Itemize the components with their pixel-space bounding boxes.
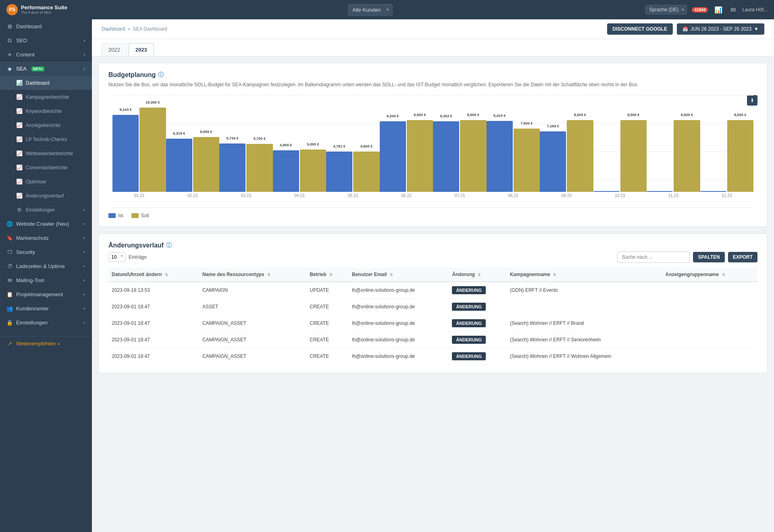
x-label-05.23: 05.23 <box>326 192 380 198</box>
bar-ist-02.23: 6,319 € <box>166 139 192 192</box>
bar-ist-04.23: 4,905 € <box>273 150 299 192</box>
spalten-button[interactable]: SPALTEN <box>693 252 724 262</box>
aenderungsverlauf-info-icon[interactable]: ⓘ <box>166 242 172 249</box>
table-cell-kampagne-3: (Search) Wohnen // ERFT // Seniorenheim <box>507 332 662 348</box>
breadcrumb-separator: » <box>128 26 131 32</box>
sidebar-item-aenderungsverlauf[interactable]: 📈Änderungsverlauf <box>0 189 92 203</box>
sidebar-item-conversion[interactable]: 📈Conversionberichte <box>0 160 92 175</box>
aenderung-button-4[interactable]: ÄNDERUNG <box>452 352 486 360</box>
sidebar-item-mailing[interactable]: ✉Mailing-Tool▾ <box>0 273 92 287</box>
sidebar-icon-weiterempfehlen: ↗ <box>6 341 13 347</box>
date-range-button[interactable]: 📅 JUN 26 2023 - SEP 26 2023 ▼ <box>677 23 764 35</box>
aenderung-button-1[interactable]: ÄNDERUNG <box>452 303 486 311</box>
search-input[interactable] <box>617 251 690 263</box>
col-header-2[interactable]: Betrieb ⇅ <box>306 268 349 282</box>
app-logo: PS Performance Suite The Future of SEO <box>6 4 95 15</box>
col-header-3[interactable]: Benutzer Email ⇅ <box>349 268 449 282</box>
sidebar-chevron-content: ▾ <box>83 53 85 57</box>
budgetplanung-info-icon[interactable]: ⓘ <box>158 71 164 79</box>
table-cell-kampagne-1 <box>507 299 662 315</box>
table-cell-2-0: 2023-09-01 18:47 <box>108 315 199 332</box>
sidebar-item-optimiser[interactable]: 📈Optimiser <box>0 175 92 189</box>
sidebar-item-anzeigeberichte[interactable]: 📈Anzeigeberichte <box>0 118 92 132</box>
sidebar-item-keywordberichte[interactable]: 📈Keywordberichte <box>0 104 92 118</box>
col-header-0[interactable]: Datum/Uhrzeit ändern ⇅ <box>108 268 199 282</box>
breadcrumb-parent[interactable]: Dashboard <box>102 26 125 32</box>
export-button[interactable]: EXPORT <box>728 252 757 262</box>
col-header-6[interactable]: Anzeigengruppenname ⇅ <box>662 268 758 282</box>
sidebar-label-anzeigeberichte: Anzeigeberichte <box>26 123 60 128</box>
bar-soll-label-11.23: 8,500 € <box>681 113 693 117</box>
sidebar-item-kampagnenberichte[interactable]: 📈Kampagnenberichte <box>0 90 92 104</box>
bar-ist-07.23: 8,352 € <box>433 121 459 192</box>
user-name: Laura Höf... <box>742 7 768 12</box>
sidebar-item-lp-checks[interactable]: 📈LP Technik-Checks <box>0 132 92 146</box>
bar-soll-05.23: 4,800 € <box>353 152 379 192</box>
table-cell-4-1: CAMPAIGN_ASSET <box>199 348 306 365</box>
aenderung-button-0[interactable]: ÄNDERUNG <box>452 286 486 294</box>
sidebar-icon-anzeigeberichte: 📈 <box>16 122 23 128</box>
sidebar-label-sea: SEA <box>16 66 27 72</box>
sidebar-icon-dashboard: ⊞ <box>6 23 13 29</box>
sort-icon-2: ⇅ <box>329 273 333 277</box>
aenderung-button-3[interactable]: ÄNDERUNG <box>452 336 486 344</box>
bar-chart: 9,143 €10,000 €6,319 €6,500 €5,734 €5,70… <box>108 95 757 192</box>
sidebar-icon-sea-dashboard: 📊 <box>16 80 23 86</box>
legend-soll-label: Soll <box>141 213 149 218</box>
x-label-11.23: 11.23 <box>647 192 700 198</box>
sidebar-item-ladezeiten[interactable]: ⏱Ladezeiten & Uptime▾ <box>0 259 92 273</box>
notification-badge[interactable]: 41844 <box>692 7 708 12</box>
x-label-08.23: 08.23 <box>487 192 540 198</box>
disconnect-google-button[interactable]: DISCONNECT GOOGLE <box>607 23 673 35</box>
col-header-5[interactable]: Kampagnenname ⇅ <box>507 268 662 282</box>
bar-ist-label-08.23: 8,410 € <box>493 114 506 118</box>
sidebar-item-markenschutz[interactable]: 🔖Markenschutz▾ <box>0 231 92 245</box>
sidebar-icon-ladezeiten: ⏱ <box>6 263 13 269</box>
col-header-1[interactable]: Name des Ressourcentyps ⇅ <box>199 268 306 282</box>
sidebar-icon-kundencenter: 👥 <box>6 305 13 312</box>
sidebar-item-seo[interactable]: GSEO▾ <box>0 33 92 48</box>
language-dropdown[interactable]: Sprache (DE) <box>645 5 687 15</box>
chart-icon-btn[interactable]: 📊 <box>713 4 724 15</box>
sidebar-item-weiterempfehlen[interactable]: ↗Weiterempfehlen » <box>0 337 92 351</box>
table-cell-aenderung-0: ÄNDERUNG <box>449 282 507 299</box>
sidebar-chevron-mailing: ▾ <box>83 278 85 283</box>
sidebar-item-projektmanagement[interactable]: 📋Projektmanagement▾ <box>0 287 92 301</box>
sidebar-item-kundencenter[interactable]: 👥Kundencenter▾ <box>0 301 92 316</box>
main-layout: ⊞DashboardGSEO▾≡Content▾◈SEABETA▾📊Dashbo… <box>0 19 774 532</box>
col-header-4[interactable]: Änderung ⇅ <box>449 268 507 282</box>
sidebar-item-website-crawler[interactable]: 🌐Website Crawler (Neu)▾ <box>0 217 92 231</box>
sidebar-item-wettbewerber[interactable]: 📈Wettbewerberberichte <box>0 146 92 160</box>
sidebar-item-dashboard[interactable]: ⊞Dashboard <box>0 19 92 33</box>
sidebar-item-security[interactable]: 🛡Security▾ <box>0 245 92 259</box>
bar-soll-label-02.23: 6,500 € <box>200 130 212 134</box>
mail-icon-btn[interactable]: ✉ <box>729 4 737 15</box>
x-label-12.23: 12.23 <box>700 192 754 198</box>
aenderungsverlauf-title-text: Änderungsverlauf <box>108 242 164 249</box>
table-cell-0-3: lh@online-solutions-group.de <box>349 282 449 299</box>
sidebar-chevron-sea: ▾ <box>83 67 85 71</box>
sidebar-label-sea-dashboard: Dashboard <box>26 80 50 86</box>
bar-soll-08.23: 7,500 € <box>514 129 540 192</box>
customer-dropdown[interactable]: Alle Kunden <box>348 4 393 16</box>
bar-group-03.23: 5,734 €5,700 € <box>219 143 273 192</box>
sidebar-item-sea[interactable]: ◈SEABETA▾ <box>0 62 92 76</box>
bar-ist-09.23: 7,169 € <box>540 131 566 192</box>
bar-soll-label-09.23: 8,500 € <box>574 113 586 117</box>
legend-soll: Soll <box>131 213 149 218</box>
sidebar-item-einstellungen[interactable]: 🔒Einstellungen▾ <box>0 316 92 330</box>
table-cell-3-2: CREATE <box>306 332 349 348</box>
bar-soll-11.23: 8,500 € <box>674 120 700 192</box>
year-tab-2023[interactable]: 2023 <box>129 43 154 56</box>
sidebar-icon-einstellungen-sea: ⚙ <box>16 207 23 213</box>
app-subtitle: The Future of SEO <box>21 10 67 15</box>
aenderung-button-2[interactable]: ÄNDERUNG <box>452 319 486 327</box>
sidebar-item-sea-dashboard[interactable]: 📊Dashboard <box>0 76 92 90</box>
year-tab-2022[interactable]: 2022 <box>102 43 127 56</box>
entries-select[interactable]: 10 25 50 <box>108 252 125 262</box>
aenderungsverlauf-title: Änderungsverlauf ⓘ <box>108 242 757 249</box>
sidebar-item-einstellungen-sea[interactable]: ⚙Einstellungen▾ <box>0 203 92 217</box>
language-select-wrap: Sprache (DE) <box>645 5 687 15</box>
sidebar-item-content[interactable]: ≡Content▾ <box>0 48 92 62</box>
sidebar-chevron-einstellungen: ▾ <box>83 321 85 325</box>
